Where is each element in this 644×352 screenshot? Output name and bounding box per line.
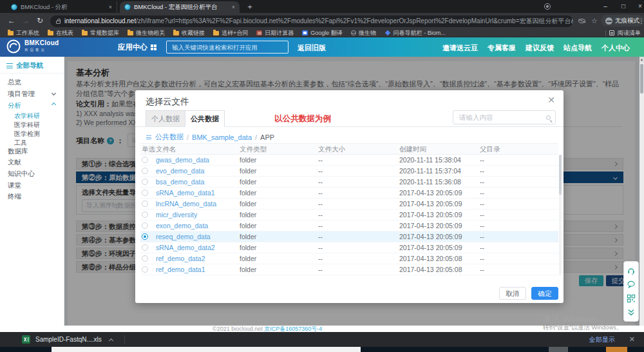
page-scrollbar-thumb[interactable] bbox=[640, 64, 643, 93]
row-radio[interactable] bbox=[142, 222, 148, 229]
dialog-search-box[interactable] bbox=[453, 110, 556, 124]
row-radio[interactable] bbox=[142, 244, 148, 251]
bookmark-item[interactable]: 问卷导航栏 - Biom... bbox=[384, 29, 446, 37]
minimize-button[interactable]: – bbox=[598, 0, 613, 13]
row-radio[interactable] bbox=[142, 190, 148, 196]
header-nav-item[interactable]: 邀请送云豆 bbox=[442, 43, 478, 53]
file-name-link[interactable]: ref_demo_data2 bbox=[156, 253, 205, 264]
table-row[interactable]: micr_diversityfolder--2017-04-13 20:05:0… bbox=[140, 210, 558, 220]
file-name-link[interactable]: reseq_demo_data bbox=[156, 231, 211, 242]
table-row[interactable]: evo_demo_datafolder--2020-11-11 15:37:04… bbox=[140, 166, 558, 177]
sidebar-toggle[interactable]: 全部导航 bbox=[6, 61, 43, 70]
headset-icon[interactable] bbox=[627, 266, 636, 275]
app-search-input[interactable] bbox=[171, 43, 284, 52]
header-nav-item[interactable]: 专属客服 bbox=[488, 43, 516, 53]
sidebar-item[interactable]: 数据库 bbox=[8, 147, 62, 156]
table-row[interactable]: sRNA_demo_data2folder--2017-04-13 20:05:… bbox=[140, 242, 558, 253]
table-row[interactable]: reseq_demo_datafolder--2017-04-13 20:05:… bbox=[140, 231, 558, 242]
file-name-link[interactable]: exon_demo_data bbox=[156, 220, 208, 231]
file-name-link[interactable]: ref_demo_data1 bbox=[156, 264, 205, 275]
sidebar-item[interactable]: 文献 bbox=[8, 158, 62, 167]
header-nav-item[interactable]: 站点导航 bbox=[564, 43, 592, 53]
file-name-link[interactable]: sRNA_demo_data2 bbox=[156, 242, 215, 253]
table-row[interactable]: lncRNA_demo_datafolder--2017-04-13 20:05… bbox=[140, 199, 558, 210]
table-row[interactable]: sRNA_demo_data1folder--2017-04-13 20:05:… bbox=[140, 188, 558, 199]
bmkcloud-logo[interactable]: BMKCloud 百迈客云 bbox=[6, 39, 59, 54]
file-name-link[interactable]: gwas_demo_data bbox=[156, 155, 209, 165]
browser-menu-icon[interactable]: ⋮ bbox=[638, 13, 644, 29]
search-icon[interactable] bbox=[546, 115, 551, 120]
table-row[interactable]: bsa_demo_datafolder--2020-11-11 15:36:08… bbox=[140, 177, 558, 188]
taskbar-search-box[interactable] bbox=[52, 347, 361, 352]
dialog-search-input[interactable] bbox=[458, 113, 546, 122]
table-row[interactable]: ref_demo_data2folder--2017-04-13 20:05:0… bbox=[140, 253, 558, 264]
breadcrumb-public-data[interactable]: 公共数据 bbox=[155, 132, 184, 142]
table-scrollbar-thumb[interactable] bbox=[559, 155, 562, 195]
row-radio[interactable] bbox=[142, 211, 148, 218]
show-all-downloads-button[interactable]: 全部显示 bbox=[589, 335, 615, 344]
header-nav-item[interactable]: 个人中心 bbox=[601, 43, 630, 53]
file-name-link[interactable]: micr_diversity bbox=[156, 210, 197, 220]
bookmark-item[interactable]: 日期计算器 bbox=[256, 29, 294, 37]
sidebar-item[interactable]: 总览 bbox=[8, 78, 62, 87]
app-search-box[interactable] bbox=[166, 41, 289, 54]
forward-icon[interactable]: → bbox=[22, 13, 30, 29]
bookmark-star-icon[interactable]: ☆ bbox=[591, 13, 598, 29]
header-nav-item[interactable]: 建议反馈 bbox=[526, 43, 554, 53]
bookmark-item[interactable]: 微生物 bbox=[351, 29, 376, 37]
row-radio[interactable] bbox=[142, 179, 148, 185]
chat-icon[interactable] bbox=[627, 280, 636, 289]
sidebar-item[interactable]: 医学检测 bbox=[14, 130, 68, 139]
browser-tab-active[interactable]: BMKCloud - 宏基因组分析平台 × bbox=[120, 1, 240, 13]
breadcrumb-bmk-sample-data[interactable]: BMK_sample_data bbox=[192, 133, 252, 141]
row-radio[interactable] bbox=[142, 157, 148, 163]
back-icon[interactable]: ← bbox=[8, 13, 15, 29]
refresh-icon[interactable]: ↻ bbox=[37, 13, 43, 29]
file-name-link[interactable]: lncRNA_demo_data bbox=[156, 199, 216, 209]
qrcode-icon[interactable] bbox=[627, 294, 636, 303]
table-row[interactable]: gwas_demo_datafolder--2020-11-11 15:38:0… bbox=[140, 155, 558, 166]
row-radio[interactable] bbox=[142, 233, 148, 240]
eye-blocked-icon[interactable] bbox=[578, 19, 585, 23]
tab-personal-data[interactable]: 个人数据 bbox=[146, 110, 185, 127]
bookmark-item[interactable]: 送样+合同 bbox=[213, 29, 248, 37]
sidebar-item[interactable]: 分析 bbox=[8, 101, 62, 110]
sidebar-item[interactable]: 项目管理 bbox=[8, 90, 62, 99]
bookmark-item[interactable]: 收藏链接 bbox=[173, 29, 205, 37]
file-name-link[interactable]: sRNA_demo_data1 bbox=[156, 188, 215, 198]
scroll-up-icon[interactable]: ▲ bbox=[639, 57, 644, 63]
address-bar[interactable]: international.biocloud.net/zh/iframe?url… bbox=[50, 15, 573, 27]
row-radio[interactable] bbox=[142, 168, 148, 174]
file-name-link[interactable]: evo_demo_data bbox=[156, 166, 204, 176]
sidebar-item[interactable]: 知识中心 bbox=[8, 170, 62, 179]
sidebar-item[interactable]: 农学科研 bbox=[14, 112, 68, 121]
file-name-link[interactable]: bsa_demo_data bbox=[156, 177, 204, 187]
sidebar-item[interactable]: 终端 bbox=[8, 192, 62, 201]
row-radio[interactable] bbox=[142, 266, 148, 273]
browser-tab-inactive[interactable]: BMKCloud - 分析 × bbox=[6, 1, 117, 13]
downloaded-file-button[interactable]: SampleID-FastqN....xls bbox=[35, 336, 102, 343]
download-bar-close-icon[interactable]: ✕ bbox=[629, 335, 635, 344]
sidebar-item[interactable]: 工具 bbox=[14, 139, 68, 148]
bookmark-item[interactable]: 微生物相关 bbox=[128, 29, 165, 37]
bookmark-item[interactable]: 在线表 bbox=[48, 29, 73, 37]
taskbar-app-icon[interactable] bbox=[549, 347, 568, 352]
incognito-badge[interactable]: 无痕模式 bbox=[601, 15, 644, 26]
table-row[interactable]: ref_demo_data1folder--2017-04-13 20:05:0… bbox=[140, 264, 558, 275]
new-tab-button[interactable]: ＋ bbox=[246, 1, 254, 12]
tab-close-icon[interactable]: × bbox=[232, 4, 235, 10]
table-scrollbar[interactable] bbox=[559, 155, 562, 275]
reading-list-button[interactable]: 阅读清单 bbox=[605, 29, 641, 37]
taskbar-app-icon[interactable] bbox=[606, 347, 627, 352]
collapse-icon[interactable] bbox=[627, 308, 636, 317]
tab-close-icon[interactable]: × bbox=[109, 4, 112, 10]
window-close-button[interactable]: × bbox=[632, 0, 644, 13]
sidebar-item[interactable]: 课堂 bbox=[8, 181, 62, 190]
return-old-version-link[interactable]: 返回旧版 bbox=[298, 43, 326, 53]
dialog-close-icon[interactable]: ✕ bbox=[547, 95, 555, 105]
page-scrollbar[interactable]: ▲ ▼ bbox=[639, 57, 644, 332]
bookmark-item[interactable]: 常规数据库 bbox=[82, 29, 119, 37]
bookmark-item[interactable]: Google 翻译 bbox=[302, 29, 343, 37]
confirm-button[interactable]: 确定 bbox=[531, 287, 558, 300]
maximize-button[interactable]: □ bbox=[616, 0, 631, 13]
